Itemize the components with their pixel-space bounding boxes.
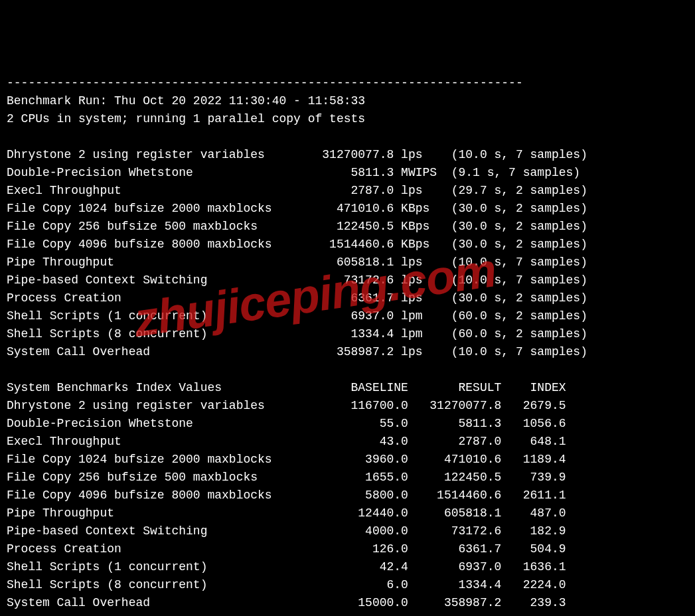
terminal-output: ----------------------------------------… [7,74,688,616]
